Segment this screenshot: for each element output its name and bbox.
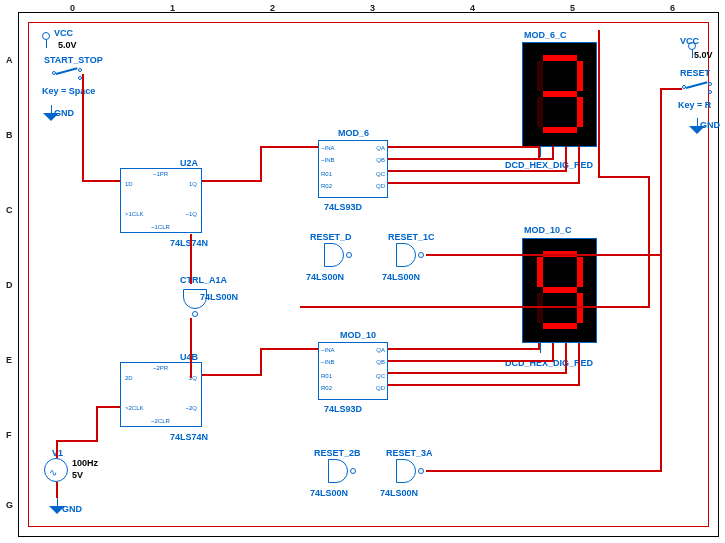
wire — [388, 146, 538, 148]
wire — [388, 348, 538, 350]
resetD-nand — [318, 243, 350, 269]
wire — [300, 306, 650, 308]
wire — [538, 146, 540, 160]
ruler-col: 3 — [370, 3, 375, 13]
ruler-row: D — [6, 280, 13, 290]
wire — [260, 348, 262, 376]
wire — [578, 343, 580, 386]
u4b-ref: U4B — [180, 352, 198, 362]
resetD-part: 74LS00N — [306, 272, 344, 282]
wire — [388, 384, 580, 386]
v1-symbol: ∿ — [44, 458, 68, 482]
wire — [56, 440, 58, 458]
wire — [565, 146, 567, 172]
wire — [190, 318, 192, 378]
reset1C-part: 74LS00N — [382, 272, 420, 282]
wire — [552, 146, 554, 160]
ruler-col: 4 — [470, 3, 475, 13]
wire — [660, 88, 662, 472]
u2a-ref: U2A — [180, 158, 198, 168]
wire — [260, 146, 318, 148]
wire — [388, 170, 566, 172]
wire — [82, 74, 84, 180]
mod10-part: 74LS93D — [324, 404, 362, 414]
ruler-row: C — [6, 205, 13, 215]
start-stop-label: START_STOP — [44, 55, 103, 65]
mod6-ref: MOD_6 — [338, 128, 369, 138]
gnd-label-1: GND — [54, 108, 74, 118]
display-top — [522, 42, 597, 147]
vcc-value-left: 5.0V — [58, 40, 77, 50]
mod6-body: ~INA ~INB R01 R02 QA QB QC QD — [318, 140, 388, 198]
reset2B-nand — [322, 459, 354, 485]
mod10-body: ~INA ~INB R01 R02 QA QB QC QD — [318, 342, 388, 400]
reset3A-nand — [390, 459, 422, 485]
wire — [565, 343, 567, 374]
vcc-value-right: 5.0V — [694, 50, 713, 60]
wire — [660, 88, 682, 90]
wire — [598, 176, 650, 178]
gnd-label-2: GND — [700, 120, 720, 130]
wire — [260, 348, 318, 350]
wire — [552, 343, 554, 362]
ctrl-part: 74LS00N — [200, 292, 238, 302]
ruler-col: 2 — [270, 3, 275, 13]
wire — [82, 180, 120, 182]
wire — [190, 234, 192, 284]
reset-label: RESET — [680, 68, 710, 78]
ruler-row: B — [6, 130, 13, 140]
mod10-ref: MOD_10 — [340, 330, 376, 340]
start-stop-key: Key = Space — [42, 86, 95, 96]
ruler-row: F — [6, 430, 12, 440]
wire — [388, 158, 552, 160]
wire — [648, 176, 650, 308]
ruler-row: E — [6, 355, 12, 365]
v1-volt: 5V — [72, 470, 83, 480]
wire — [388, 182, 580, 184]
reset2B-part: 74LS00N — [310, 488, 348, 498]
vcc-symbol-left — [42, 32, 50, 48]
wire — [426, 470, 662, 472]
reset3A-ref: RESET_3A — [386, 448, 433, 458]
wire — [538, 343, 540, 350]
ruler-col: 5 — [570, 3, 575, 13]
ruler-col: 6 — [670, 3, 675, 13]
display-top-ref: MOD_6_C — [524, 30, 567, 40]
ruler-col: 1 — [170, 3, 175, 13]
u4b-part: 74LS74N — [170, 432, 208, 442]
wire — [388, 372, 566, 374]
wire — [96, 406, 98, 442]
ruler-col: 0 — [70, 3, 75, 13]
v1-freq: 100Hz — [72, 458, 98, 468]
start-stop-switch[interactable] — [52, 68, 82, 80]
vcc-label-left: VCC — [54, 28, 73, 38]
gnd-label-3: GND — [62, 504, 82, 514]
wire — [56, 482, 58, 498]
reset-switch[interactable] — [682, 82, 712, 94]
reset-key: Key = R — [678, 100, 711, 110]
reset2B-ref: RESET_2B — [314, 448, 361, 458]
display-bottom-ref: MOD_10_C — [524, 225, 572, 235]
reset1C-ref: RESET_1C — [388, 232, 435, 242]
wire — [578, 146, 580, 184]
wire — [56, 440, 98, 442]
wire — [202, 180, 262, 182]
wire — [260, 146, 262, 182]
reset3A-part: 74LS00N — [380, 488, 418, 498]
ruler-row: A — [6, 55, 13, 65]
wire — [426, 254, 662, 256]
wire — [202, 374, 262, 376]
vcc-label-right: VCC — [680, 36, 699, 46]
wire — [598, 30, 600, 178]
reset1C-nand — [390, 243, 422, 269]
wire — [96, 406, 120, 408]
u2a-body: 1D >1CLK 1Q ~1Q ~1PR ~1CLR — [120, 168, 202, 233]
wire — [388, 360, 552, 362]
resetD-ref: RESET_D — [310, 232, 352, 242]
mod6-part: 74LS93D — [324, 202, 362, 212]
ruler-row: G — [6, 500, 13, 510]
